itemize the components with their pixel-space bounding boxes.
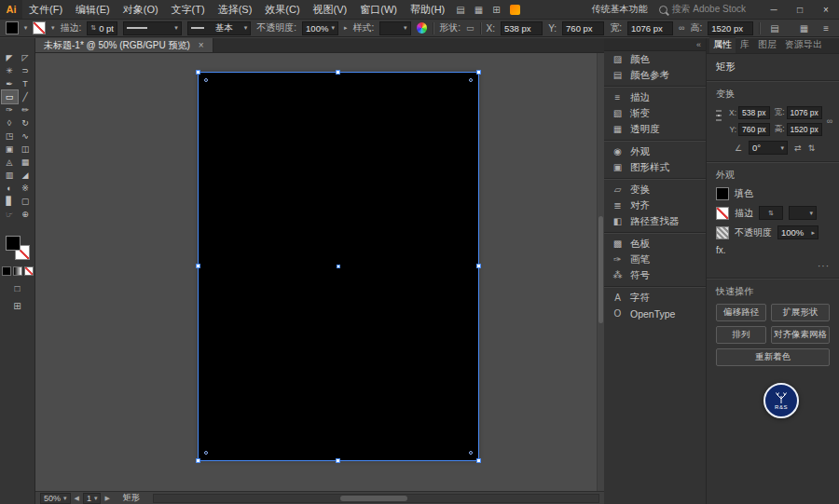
selection-handle-top-left[interactable] bbox=[196, 70, 200, 75]
panel-menu-icon[interactable]: ≡ bbox=[823, 23, 829, 34]
selection-handle-bottom-left[interactable] bbox=[196, 458, 200, 463]
arrange-panel-icon[interactable]: ▦ bbox=[800, 23, 808, 34]
offset-path-button[interactable]: 偏移路径 bbox=[716, 304, 766, 321]
constrain-link-icon[interactable]: ∞ bbox=[827, 116, 832, 126]
x-field[interactable]: 538 px bbox=[738, 106, 770, 119]
panel-swatches[interactable]: ▩ 色板 bbox=[604, 236, 706, 252]
stroke-chevron-down-icon[interactable]: ▾ bbox=[51, 24, 55, 32]
rectangle-tool[interactable]: ▭ bbox=[2, 90, 18, 103]
style-dropdown[interactable]: ▾ bbox=[379, 21, 410, 35]
panel-stroke[interactable]: ≡ 描边 bbox=[604, 89, 706, 105]
direct-selection-tool[interactable]: ◸ bbox=[18, 51, 34, 64]
graph-tool[interactable]: ▊ bbox=[2, 195, 18, 208]
y-field[interactable]: 760 px bbox=[738, 123, 770, 136]
expand-shape-button[interactable]: 扩展形状 bbox=[771, 304, 830, 321]
symbol-sprayer-tool[interactable]: ※ bbox=[18, 182, 34, 195]
shape-builder-tool[interactable]: ◫ bbox=[18, 143, 34, 156]
recolor-button[interactable]: 重新着色 bbox=[716, 348, 830, 366]
artboard-tool[interactable]: ▢ bbox=[18, 195, 34, 208]
center-point-handle[interactable] bbox=[337, 265, 340, 268]
horizontal-scrollbar[interactable] bbox=[153, 494, 599, 503]
stroke-weight-stepper[interactable]: ⇅ bbox=[759, 206, 783, 220]
pen-tool[interactable]: ✒ bbox=[2, 77, 18, 90]
panel-transform[interactable]: ▱ 变换 bbox=[604, 182, 706, 198]
maximize-button[interactable]: □ bbox=[787, 0, 813, 19]
width-field[interactable]: 1076 px bbox=[627, 21, 673, 35]
menu-edit[interactable]: 编辑(E) bbox=[69, 0, 117, 19]
magic-wand-tool[interactable]: ✳ bbox=[2, 64, 18, 77]
gradient-tool[interactable]: ▥ bbox=[2, 169, 18, 182]
fill-swatch[interactable] bbox=[716, 187, 729, 200]
panel-symbols[interactable]: ⁂ 符号 bbox=[604, 267, 706, 283]
panel-opentype[interactable]: O OpenType bbox=[604, 306, 706, 321]
menu-type[interactable]: 文字(T) bbox=[165, 0, 212, 19]
menu-window[interactable]: 窗口(W) bbox=[353, 0, 404, 19]
panel-align[interactable]: ≣ 对齐 bbox=[604, 198, 706, 213]
height-field[interactable]: 1520 px bbox=[787, 123, 822, 136]
canvas[interactable] bbox=[35, 53, 604, 491]
zoom-tool[interactable]: ⊕ bbox=[18, 208, 34, 221]
hand-tool[interactable]: ☞ bbox=[2, 208, 18, 221]
pencil-tool[interactable]: ✏ bbox=[18, 103, 34, 116]
recolor-artwork-icon[interactable] bbox=[417, 22, 428, 34]
eraser-tool[interactable]: ◊ bbox=[2, 116, 18, 129]
opacity-dropdown[interactable]: 100% ▾ bbox=[302, 21, 338, 35]
panel-gradient[interactable]: ▧ 渐变 bbox=[604, 105, 706, 121]
panel-character[interactable]: A 字符 bbox=[604, 290, 706, 306]
corner-widget-bottom-left[interactable] bbox=[204, 451, 208, 455]
mesh-tool[interactable]: ▦ bbox=[18, 156, 34, 169]
height-field[interactable]: 1520 px bbox=[708, 21, 753, 35]
shape-options-icon[interactable]: ▭ bbox=[466, 23, 475, 33]
panel-color[interactable]: ▨ 颜色 bbox=[604, 51, 706, 67]
selection-handle-bottom-center[interactable] bbox=[336, 458, 340, 463]
tab-libraries[interactable]: 库 bbox=[736, 36, 753, 53]
arrange-button[interactable]: 排列 bbox=[716, 326, 766, 344]
blend-tool[interactable]: ◐ bbox=[2, 182, 18, 195]
corner-widget-top-right[interactable] bbox=[469, 78, 473, 82]
gradient-mode-button[interactable] bbox=[13, 266, 22, 276]
app-logo-icon[interactable]: Ai bbox=[0, 0, 22, 19]
flip-vertical-icon[interactable]: ⇅ bbox=[808, 143, 816, 153]
eyedropper-tool[interactable]: ◢ bbox=[18, 169, 34, 182]
vertical-scrollbar[interactable] bbox=[597, 53, 604, 491]
collapse-panels-icon[interactable]: « bbox=[696, 40, 701, 49]
screen-mode-button[interactable]: ⊞ bbox=[13, 301, 21, 311]
opacity-icon[interactable] bbox=[716, 226, 729, 239]
panel-appearance[interactable]: ◉ 外观 bbox=[604, 143, 706, 159]
fill-chevron-down-icon[interactable]: ▾ bbox=[24, 24, 28, 32]
reference-point-locator[interactable] bbox=[716, 108, 722, 122]
artboard-navigation-dropdown[interactable]: 1 ▾ bbox=[83, 493, 102, 504]
align-to-pixel-grid-button[interactable]: 对齐像素网格 bbox=[771, 326, 830, 344]
chevron-right-icon[interactable]: ▸ bbox=[344, 24, 348, 32]
tab-asset-export[interactable]: 资源导出 bbox=[781, 36, 826, 53]
rotation-dropdown[interactable]: 0° ▾ bbox=[749, 141, 788, 155]
next-artboard-icon[interactable]: ▶ bbox=[104, 495, 109, 502]
tab-layers[interactable]: 图层 bbox=[754, 36, 780, 53]
selection-handle-top-right[interactable] bbox=[476, 70, 481, 75]
stroke-weight-field[interactable]: ⇅ 0 pt bbox=[87, 21, 117, 35]
drawing-mode-button[interactable]: □ bbox=[14, 283, 20, 293]
panel-brushes[interactable]: ✑ 画笔 bbox=[604, 252, 706, 267]
panel-transparency[interactable]: ▦ 透明度 bbox=[604, 121, 706, 137]
corner-widget-top-left[interactable] bbox=[204, 78, 208, 82]
share-icon[interactable] bbox=[510, 5, 520, 15]
dock-header[interactable]: « bbox=[604, 38, 706, 51]
none-mode-button[interactable] bbox=[24, 266, 34, 276]
stock-search[interactable]: 搜索 Adobe Stock bbox=[659, 3, 746, 16]
corner-widget-bottom-right[interactable] bbox=[469, 451, 473, 455]
fill-color-swatch[interactable] bbox=[6, 21, 19, 34]
fill-swatch[interactable] bbox=[6, 236, 21, 251]
menu-view[interactable]: 视图(V) bbox=[307, 0, 354, 19]
lasso-tool[interactable]: ⊃ bbox=[18, 64, 34, 77]
close-button[interactable]: × bbox=[813, 0, 839, 19]
arrange-documents-icon[interactable]: ▦ bbox=[475, 5, 483, 15]
menu-select[interactable]: 选择(S) bbox=[212, 0, 259, 19]
menu-file[interactable]: 文件(F) bbox=[22, 0, 69, 19]
menu-effect[interactable]: 效果(C) bbox=[258, 0, 306, 19]
tab-close-icon[interactable]: × bbox=[199, 40, 204, 50]
previous-artboard-icon[interactable]: ◀ bbox=[75, 495, 79, 502]
panel-color-guide[interactable]: ▤ 颜色参考 bbox=[604, 67, 706, 83]
panel-pathfinder[interactable]: ◧ 路径查找器 bbox=[604, 213, 706, 229]
panel-graphic-styles[interactable]: ▣ 图形样式 bbox=[604, 159, 706, 175]
width-profile-dropdown[interactable]: ▾ bbox=[123, 21, 182, 35]
